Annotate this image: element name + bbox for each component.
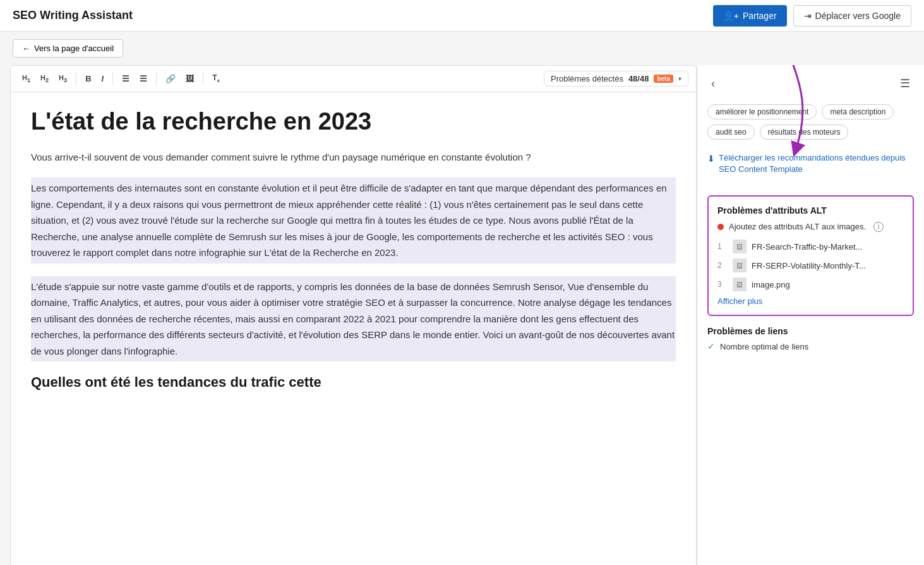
chevron-down-icon: ▾ bbox=[678, 75, 681, 82]
back-button[interactable]: ← Vers la page d'accueil bbox=[13, 39, 123, 58]
panel-menu-button[interactable]: ☰ bbox=[896, 75, 914, 92]
image-button[interactable]: 🖼 bbox=[182, 71, 198, 86]
h3-button[interactable]: H3 bbox=[55, 71, 71, 86]
bold-button[interactable]: B bbox=[81, 71, 95, 86]
image-thumb-2: 🖼 bbox=[733, 258, 747, 272]
show-more-button[interactable]: Afficher plus bbox=[717, 296, 762, 306]
ordered-list-button[interactable]: ☰ bbox=[118, 71, 133, 86]
share-icon: 👤+ bbox=[723, 11, 739, 21]
alt-box-title: Problèmes d'attributs ALT bbox=[717, 205, 904, 216]
alt-attributes-section: Problèmes d'attributs ALT Ajoutez des at… bbox=[707, 195, 914, 316]
links-section-title: Problèmes de liens bbox=[707, 326, 914, 336]
image-name-2: FR-SERP-Volatility-Monthly-T... bbox=[752, 261, 866, 270]
clear-format-button[interactable]: Tx bbox=[208, 71, 224, 86]
app-header: SEO Writing Assistant 👤+ Partager ⇥ Dépl… bbox=[0, 0, 924, 32]
problems-badge[interactable]: Problèmes détectés 48/48 beta ▾ bbox=[544, 71, 688, 87]
italic-button[interactable]: I bbox=[98, 71, 108, 86]
links-item-optimal: ✓ Nombre optimal de liens bbox=[707, 341, 914, 351]
article-heading2: Quelles ont été les tendances du trafic … bbox=[31, 374, 676, 391]
image-list: 1 🖼 FR-Search-Traffic-by-Market... 2 🖼 F… bbox=[717, 240, 904, 291]
main-layout: H1 H2 H3 B I ☰ ☰ 🔗 🖼 Tx Problèmes détect… bbox=[0, 65, 924, 565]
red-dot-icon bbox=[717, 224, 724, 230]
article-intro: Vous arrive-t-il souvent de vous demande… bbox=[31, 149, 676, 166]
tag-meta-description[interactable]: meta description bbox=[822, 104, 894, 119]
image-name-1: FR-Search-Traffic-by-Market... bbox=[752, 242, 863, 252]
move-to-google-button[interactable]: ⇥ Déplacer vers Google bbox=[793, 5, 911, 27]
links-item-label: Nombre optimal de liens bbox=[720, 342, 808, 351]
move-icon: ⇥ bbox=[804, 11, 812, 21]
tag-ameliorer[interactable]: améliorer le positionnement bbox=[707, 104, 817, 119]
image-thumb-3: 🖼 bbox=[733, 277, 747, 291]
image-num-1: 1 bbox=[717, 242, 728, 251]
image-item-3: 3 🖼 image.png bbox=[717, 277, 904, 291]
article-paragraph-1: Les comportements des internautes sont e… bbox=[31, 178, 676, 264]
editor-content[interactable]: L'état de la recherche en 2023 Vous arri… bbox=[11, 92, 696, 565]
image-num-3: 3 bbox=[717, 280, 728, 289]
info-icon[interactable]: i bbox=[873, 222, 884, 232]
panel-topbar: ‹ ☰ bbox=[707, 75, 914, 92]
image-item-2: 2 🖼 FR-SERP-Volatility-Monthly-T... bbox=[717, 258, 904, 272]
download-icon: ⬇ bbox=[707, 153, 715, 166]
separator-2 bbox=[112, 73, 113, 85]
editor-toolbar: H1 H2 H3 B I ☰ ☰ 🔗 🖼 Tx Problèmes détect… bbox=[11, 66, 696, 92]
subheader: ← Vers la page d'accueil bbox=[0, 32, 924, 65]
app-title: SEO Writing Assistant bbox=[13, 9, 133, 22]
separator-1 bbox=[76, 73, 76, 85]
image-name-3: image.png bbox=[752, 280, 790, 289]
problems-count: 48/48 bbox=[628, 74, 649, 83]
right-panel: ‹ ☰ améliorer le positionnement meta des… bbox=[697, 65, 924, 565]
separator-3 bbox=[156, 73, 157, 85]
tag-audit-seo[interactable]: audit seo bbox=[707, 125, 755, 140]
check-icon: ✓ bbox=[707, 341, 715, 351]
tag-resultats-moteurs[interactable]: résultats des moteurs bbox=[760, 125, 849, 140]
image-num-2: 2 bbox=[717, 261, 728, 270]
link-button[interactable]: 🔗 bbox=[162, 71, 179, 86]
editor-panel: H1 H2 H3 B I ☰ ☰ 🔗 🖼 Tx Problèmes détect… bbox=[10, 65, 697, 565]
links-section: Problèmes de liens ✓ Nombre optimal de l… bbox=[707, 326, 914, 351]
h1-button[interactable]: H1 bbox=[18, 71, 34, 86]
image-item-1: 1 🖼 FR-Search-Traffic-by-Market... bbox=[717, 240, 904, 253]
header-actions: 👤+ Partager ⇥ Déplacer vers Google bbox=[713, 5, 911, 27]
alt-instruction: Ajoutez des attributs ALT aux images. i bbox=[717, 222, 904, 232]
article-paragraph-2: L'étude s'appuie sur notre vaste gamme d… bbox=[31, 276, 676, 362]
back-arrow-icon: ← bbox=[22, 44, 30, 53]
problems-label: Problèmes détectés bbox=[551, 74, 623, 83]
h2-button[interactable]: H2 bbox=[37, 71, 52, 86]
download-link[interactable]: ⬇ Télécharger les recommandations étendu… bbox=[707, 152, 914, 175]
tags-row: améliorer le positionnement meta descrip… bbox=[707, 104, 914, 140]
share-button[interactable]: 👤+ Partager bbox=[713, 5, 787, 27]
separator-4 bbox=[203, 73, 203, 85]
unordered-list-button[interactable]: ☰ bbox=[136, 71, 151, 86]
article-title: L'état de la recherche en 2023 bbox=[31, 107, 676, 137]
beta-badge: beta bbox=[654, 75, 673, 83]
panel-collapse-button[interactable]: ‹ bbox=[707, 76, 719, 92]
image-thumb-1: 🖼 bbox=[733, 240, 747, 253]
